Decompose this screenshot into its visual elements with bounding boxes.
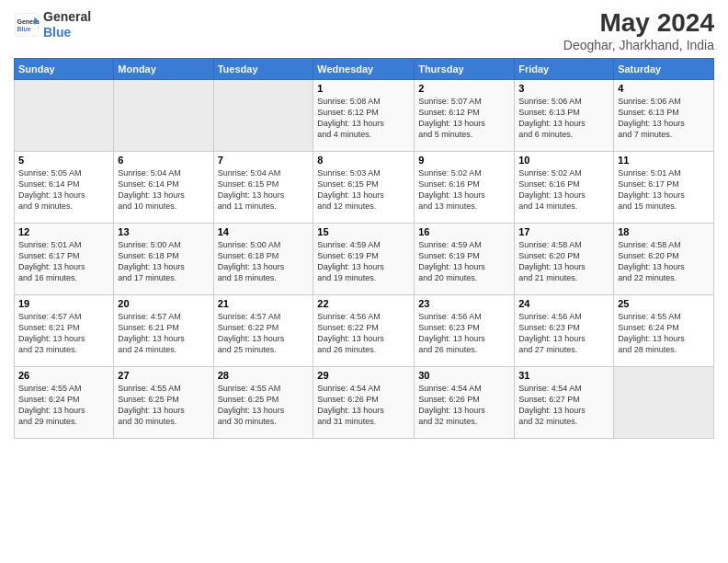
day-info: Sunrise: 5:02 AM Sunset: 6:16 PM Dayligh…: [518, 167, 609, 213]
day-number: 7: [218, 155, 310, 166]
day-number: 10: [518, 155, 609, 166]
day-cell: 17Sunrise: 4:58 AM Sunset: 6:20 PM Dayli…: [515, 223, 614, 294]
week-row-3: 12Sunrise: 5:01 AM Sunset: 6:17 PM Dayli…: [15, 223, 714, 294]
day-info: Sunrise: 4:54 AM Sunset: 6:26 PM Dayligh…: [317, 383, 410, 428]
page-container: General Blue General Blue May 2024 Deogh…: [0, 0, 728, 448]
svg-text:Blue: Blue: [17, 26, 31, 32]
day-cell: 27Sunrise: 4:55 AM Sunset: 6:25 PM Dayli…: [114, 366, 213, 438]
day-info: Sunrise: 5:03 AM Sunset: 6:15 PM Dayligh…: [317, 167, 410, 213]
day-cell: 19Sunrise: 4:57 AM Sunset: 6:21 PM Dayli…: [15, 294, 114, 366]
day-info: Sunrise: 4:56 AM Sunset: 6:23 PM Dayligh…: [518, 311, 609, 356]
day-cell: 28Sunrise: 4:55 AM Sunset: 6:25 PM Dayli…: [213, 366, 313, 438]
day-cell: [213, 79, 313, 151]
day-number: 22: [317, 298, 410, 309]
col-header-friday: Friday: [515, 58, 614, 79]
day-number: 11: [618, 155, 710, 166]
svg-rect-0: [15, 13, 38, 36]
day-info: Sunrise: 5:01 AM Sunset: 6:17 PM Dayligh…: [618, 167, 710, 213]
day-cell: 9Sunrise: 5:02 AM Sunset: 6:16 PM Daylig…: [415, 151, 515, 223]
day-number: 8: [317, 155, 410, 166]
col-header-saturday: Saturday: [614, 58, 714, 79]
day-cell: 5Sunrise: 5:05 AM Sunset: 6:14 PM Daylig…: [15, 151, 114, 223]
day-number: 3: [518, 83, 609, 94]
day-info: Sunrise: 4:56 AM Sunset: 6:22 PM Dayligh…: [317, 311, 410, 356]
day-number: 6: [118, 155, 209, 166]
day-number: 28: [218, 370, 310, 381]
col-header-wednesday: Wednesday: [313, 58, 415, 79]
week-row-4: 19Sunrise: 4:57 AM Sunset: 6:21 PM Dayli…: [15, 294, 714, 366]
title-block: May 2024 Deoghar, Jharkhand, India: [563, 9, 714, 52]
day-info: Sunrise: 5:06 AM Sunset: 6:13 PM Dayligh…: [518, 96, 609, 141]
day-cell: 30Sunrise: 4:54 AM Sunset: 6:26 PM Dayli…: [415, 366, 515, 438]
day-number: 21: [218, 298, 310, 309]
day-number: 25: [618, 298, 710, 309]
day-cell: 11Sunrise: 5:01 AM Sunset: 6:17 PM Dayli…: [614, 151, 714, 223]
calendar-table: SundayMondayTuesdayWednesdayThursdayFrid…: [14, 58, 714, 439]
day-cell: 29Sunrise: 4:54 AM Sunset: 6:26 PM Dayli…: [313, 366, 415, 438]
logo-icon: General Blue: [14, 12, 40, 38]
day-cell: [614, 366, 714, 438]
day-cell: [114, 79, 213, 151]
day-info: Sunrise: 4:54 AM Sunset: 6:27 PM Dayligh…: [518, 383, 609, 428]
day-cell: 24Sunrise: 4:56 AM Sunset: 6:23 PM Dayli…: [515, 294, 614, 366]
subtitle: Deoghar, Jharkhand, India: [563, 38, 714, 52]
day-number: 14: [218, 226, 310, 237]
day-cell: 15Sunrise: 4:59 AM Sunset: 6:19 PM Dayli…: [313, 223, 415, 294]
day-number: 12: [18, 226, 109, 237]
day-cell: 22Sunrise: 4:56 AM Sunset: 6:22 PM Dayli…: [313, 294, 415, 366]
day-number: 18: [618, 226, 710, 237]
day-number: 9: [418, 155, 510, 166]
day-info: Sunrise: 5:07 AM Sunset: 6:12 PM Dayligh…: [418, 96, 510, 141]
day-cell: 7Sunrise: 5:04 AM Sunset: 6:15 PM Daylig…: [213, 151, 313, 223]
day-number: 30: [418, 370, 510, 381]
day-info: Sunrise: 4:56 AM Sunset: 6:23 PM Dayligh…: [418, 311, 510, 356]
day-info: Sunrise: 5:04 AM Sunset: 6:14 PM Dayligh…: [118, 167, 209, 213]
day-info: Sunrise: 4:55 AM Sunset: 6:24 PM Dayligh…: [18, 383, 109, 428]
day-info: Sunrise: 4:59 AM Sunset: 6:19 PM Dayligh…: [418, 239, 510, 284]
week-row-5: 26Sunrise: 4:55 AM Sunset: 6:24 PM Dayli…: [15, 366, 714, 438]
day-number: 26: [18, 370, 109, 381]
day-number: 4: [618, 83, 710, 94]
day-cell: 23Sunrise: 4:56 AM Sunset: 6:23 PM Dayli…: [415, 294, 515, 366]
day-info: Sunrise: 4:55 AM Sunset: 6:25 PM Dayligh…: [218, 383, 310, 428]
day-cell: 14Sunrise: 5:00 AM Sunset: 6:18 PM Dayli…: [213, 223, 313, 294]
day-cell: [15, 79, 114, 151]
day-info: Sunrise: 4:57 AM Sunset: 6:21 PM Dayligh…: [18, 311, 109, 356]
day-number: 17: [518, 226, 609, 237]
day-cell: 21Sunrise: 4:57 AM Sunset: 6:22 PM Dayli…: [213, 294, 313, 366]
day-number: 15: [317, 226, 410, 237]
day-cell: 13Sunrise: 5:00 AM Sunset: 6:18 PM Dayli…: [114, 223, 213, 294]
day-number: 20: [118, 298, 209, 309]
header-row: SundayMondayTuesdayWednesdayThursdayFrid…: [15, 58, 714, 79]
day-info: Sunrise: 4:57 AM Sunset: 6:22 PM Dayligh…: [218, 311, 310, 356]
day-info: Sunrise: 5:06 AM Sunset: 6:13 PM Dayligh…: [618, 96, 710, 141]
day-cell: 4Sunrise: 5:06 AM Sunset: 6:13 PM Daylig…: [614, 79, 714, 151]
day-info: Sunrise: 5:02 AM Sunset: 6:16 PM Dayligh…: [418, 167, 510, 213]
day-info: Sunrise: 5:05 AM Sunset: 6:14 PM Dayligh…: [18, 167, 109, 213]
day-number: 24: [518, 298, 609, 309]
main-title: May 2024: [563, 9, 714, 38]
day-info: Sunrise: 4:59 AM Sunset: 6:19 PM Dayligh…: [317, 239, 410, 284]
day-info: Sunrise: 5:00 AM Sunset: 6:18 PM Dayligh…: [118, 239, 209, 284]
day-cell: 31Sunrise: 4:54 AM Sunset: 6:27 PM Dayli…: [515, 366, 614, 438]
col-header-monday: Monday: [114, 58, 213, 79]
day-info: Sunrise: 4:58 AM Sunset: 6:20 PM Dayligh…: [518, 239, 609, 284]
week-row-1: 1Sunrise: 5:08 AM Sunset: 6:12 PM Daylig…: [15, 79, 714, 151]
day-number: 31: [518, 370, 609, 381]
day-cell: 16Sunrise: 4:59 AM Sunset: 6:19 PM Dayli…: [415, 223, 515, 294]
logo-text: General Blue: [43, 9, 91, 40]
day-cell: 1Sunrise: 5:08 AM Sunset: 6:12 PM Daylig…: [313, 79, 415, 151]
logo: General Blue General Blue: [14, 9, 91, 40]
day-number: 19: [18, 298, 109, 309]
day-cell: 3Sunrise: 5:06 AM Sunset: 6:13 PM Daylig…: [515, 79, 614, 151]
day-number: 23: [418, 298, 510, 309]
day-info: Sunrise: 4:55 AM Sunset: 6:25 PM Dayligh…: [118, 383, 209, 428]
day-info: Sunrise: 4:54 AM Sunset: 6:26 PM Dayligh…: [418, 383, 510, 428]
day-info: Sunrise: 5:04 AM Sunset: 6:15 PM Dayligh…: [218, 167, 310, 213]
day-number: 13: [118, 226, 209, 237]
day-info: Sunrise: 5:00 AM Sunset: 6:18 PM Dayligh…: [218, 239, 310, 284]
header: General Blue General Blue May 2024 Deogh…: [14, 9, 714, 52]
day-info: Sunrise: 5:01 AM Sunset: 6:17 PM Dayligh…: [18, 239, 109, 284]
day-cell: 12Sunrise: 5:01 AM Sunset: 6:17 PM Dayli…: [15, 223, 114, 294]
day-cell: 25Sunrise: 4:55 AM Sunset: 6:24 PM Dayli…: [614, 294, 714, 366]
